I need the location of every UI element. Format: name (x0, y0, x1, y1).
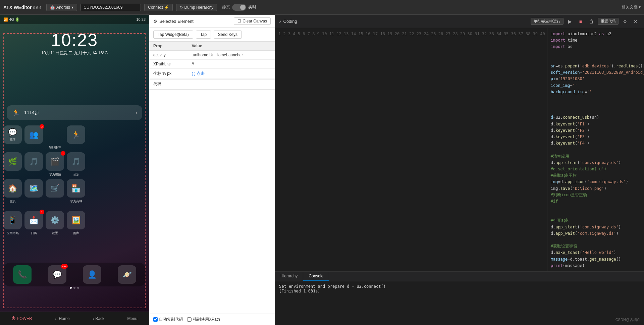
realtime-toggle[interactable] (232, 4, 246, 11)
app-music[interactable]: 🎵 (67, 152, 85, 171)
music-icon: ♪ (279, 19, 281, 24)
reset-code-button[interactable]: 重置代码 (598, 18, 619, 25)
tab-console[interactable]: Console (303, 272, 329, 281)
app-home[interactable]: 🏠 (3, 179, 22, 198)
element-panel: ⚙ Selected Element ☐ Clear Canvas Tap Wi… (149, 15, 275, 325)
app-planet[interactable]: 🪐 (118, 265, 136, 284)
app-phone[interactable]: 📞 (13, 265, 32, 284)
app-douyin[interactable]: 🎵 (24, 152, 43, 171)
bottom-tabs: Hierarchy Console (275, 272, 644, 281)
app-label-shop (46, 199, 64, 204)
app-person[interactable]: 👤 (83, 265, 101, 284)
force-xpath-input[interactable] (187, 317, 192, 322)
app-shop[interactable]: 🛒 (46, 179, 64, 198)
coding-panel: ♪ Coding 单行/或选中运行 ▶ ■ 🗑 重置代码 ⚙ ✕ 1 2 3 4… (275, 15, 644, 325)
prop-key: XPathLite (149, 60, 188, 69)
connect-button[interactable]: Connect ⚡ (144, 4, 173, 11)
statusbar-left: 📶 4G 🔋 (3, 17, 20, 22)
dot-2 (77, 287, 79, 289)
app-label-run (67, 146, 85, 150)
tab-hierarchy[interactable]: Hierarchy (275, 272, 303, 281)
main-layout: 📶 4G 🔋 10:23 10:23 10月11日星期二·九月十六 🌤 16°C… (0, 15, 644, 325)
tap-widget-button[interactable]: Tap Widget(Beta) (153, 31, 193, 39)
steps-count: 1114步 (24, 110, 39, 116)
element-panel-footer: 自动复制代码 强制使用XPath (149, 314, 275, 325)
app-settings[interactable]: ⚙️ (46, 211, 64, 229)
prop-value: ( ) 点击 (188, 69, 275, 79)
app-contacts[interactable]: 💬 99+ (48, 265, 66, 284)
phone-background: 📶 4G 🔋 10:23 10:23 10月11日星期二·九月十六 🌤 16°C… (0, 15, 149, 312)
app-label-hm: 主页 (3, 199, 22, 204)
menu-button[interactable]: Menu (123, 315, 142, 322)
phone-screen[interactable]: 📶 4G 🔋 10:23 10:23 10月11日星期二·九月十六 🌤 16°C… (0, 15, 149, 312)
power-icon: ⏻ (11, 316, 15, 321)
tap-button[interactable]: Tap (196, 31, 211, 39)
dot-active (70, 287, 72, 289)
app-contact[interactable]: 👥 2 (24, 125, 43, 144)
device-id-input[interactable] (80, 4, 141, 11)
app-label-g (3, 172, 22, 177)
stop-icon-button[interactable]: ■ (576, 17, 585, 26)
app-label-music: 音乐 (67, 172, 85, 177)
back-button[interactable]: ‹ Back (89, 315, 108, 322)
app-title: ATX WEditor 0.6.4 (3, 5, 41, 10)
power-button[interactable]: ⏻ POWER (7, 315, 36, 322)
app-label-gallery: 图库 (67, 231, 85, 235)
clear-code-button[interactable]: 🗑 (587, 17, 596, 26)
app-label-mall: 华为商城 (67, 199, 85, 204)
close-icon-button[interactable]: ✕ (631, 17, 640, 26)
chevron-down-icon: ▾ (71, 5, 73, 10)
auto-copy-input[interactable] (153, 317, 158, 322)
gear-icon: ⚙ (153, 19, 157, 24)
app-map[interactable]: 🗺️ (24, 179, 43, 198)
app-green[interactable]: 🌿 (3, 152, 22, 171)
selected-element-title: ⚙ Selected Element (153, 19, 194, 24)
phone-date: 10月11日星期二·九月十六 🌤 16°C (0, 50, 149, 56)
android-icon: 🤖 (50, 5, 55, 10)
docs-link[interactable]: 相关文档 ▾ (622, 4, 641, 10)
phone-control-bar: ⏻ POWER ⌂ Home ‹ Back Menu (0, 312, 149, 325)
properties-table: Prop Value activity.unihome.UniHomeLaunc… (149, 42, 275, 79)
clear-canvas-icon: ☐ (237, 19, 241, 23)
code-editor[interactable]: 1 2 3 4 5 6 7 8 9 10 11 12 13 14 15 16 1… (275, 28, 644, 271)
prop-column-header: Prop (149, 42, 188, 51)
prop-key: 坐标 % px (149, 69, 188, 79)
dump-hierarchy-button[interactable]: ⟳ Dump Hierarchy (176, 4, 217, 11)
code-textarea[interactable] (149, 90, 275, 314)
app-run[interactable]: 🏃 (67, 125, 85, 144)
console-line: [Finished 1.031s] (279, 289, 640, 293)
app-empty (46, 125, 64, 144)
steps-info: 🏃 1114步 (12, 109, 39, 117)
click-link[interactable]: ( ) 点击 (192, 71, 205, 76)
element-actions: Tap Widget(Beta) Tap Send Keys (149, 28, 275, 42)
app-gallery[interactable]: 🖼️ (67, 211, 85, 229)
auto-copy-checkbox[interactable]: 自动复制代码 (153, 317, 183, 322)
send-keys-button[interactable]: Send Keys (214, 31, 242, 39)
back-icon: ‹ (93, 316, 94, 321)
android-selector[interactable]: 🤖 Android ▾ (46, 4, 77, 11)
force-xpath-checkbox[interactable]: 强制使用XPath (187, 317, 220, 322)
csdn-badge: CSDN@古墙白 (615, 317, 641, 322)
app-msg[interactable]: 📩 1 (24, 211, 43, 229)
run-selected-button[interactable]: 单行/或选中运行 (531, 18, 564, 25)
run-icon-button[interactable]: ▶ (566, 17, 574, 26)
steps-more-icon: › (136, 110, 137, 116)
app-label-msg: 日历 (24, 231, 43, 235)
code-section-label: 代码 (149, 79, 275, 90)
statusbar-right: 10:23 (136, 17, 146, 21)
coding-header: ♪ Coding 单行/或选中运行 ▶ ■ 🗑 重置代码 ⚙ ✕ (275, 15, 644, 28)
app-apps[interactable]: 📱 (3, 211, 22, 229)
console-output: Set environment and prepare d = u2.conne… (275, 281, 644, 325)
app-label-contact (24, 146, 43, 150)
app-mall[interactable]: 🏪 (67, 179, 85, 198)
app-video[interactable]: 🎬 1 (46, 152, 64, 171)
app-wechat[interactable]: 💬 微信 (3, 125, 22, 144)
code-content[interactable]: import uiautomator2 as u2 import time im… (547, 28, 644, 271)
app-label-map (24, 199, 43, 204)
clear-canvas-button[interactable]: ☐ Clear Canvas (234, 17, 271, 25)
phone-panel: 📶 4G 🔋 10:23 10:23 10月11日星期二·九月十六 🌤 16°C… (0, 15, 149, 325)
settings-icon-button[interactable]: ⚙ (621, 17, 629, 26)
home-button[interactable]: ⌂ Home (51, 315, 73, 322)
console-line: Set environment and prepare d = u2.conne… (279, 284, 640, 289)
home-icon: ⌂ (55, 316, 57, 321)
